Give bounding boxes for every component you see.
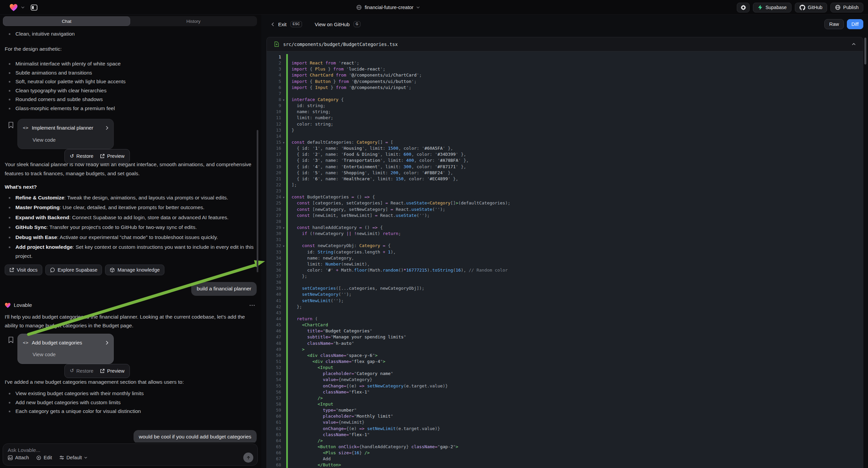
code-line: 23: [267, 188, 863, 194]
file-header[interactable]: src/components/budget/BudgetCategories.t…: [267, 37, 863, 51]
project-name: financial-future-creator: [365, 5, 413, 10]
project-globe-icon: [356, 5, 362, 10]
fold-marker-icon[interactable]: ▾: [281, 140, 286, 146]
code-line: 7: [267, 91, 863, 97]
fold-marker-icon[interactable]: ▾: [281, 243, 286, 249]
preview-button[interactable]: Preview: [100, 152, 124, 161]
version-card[interactable]: <> Add budget categories View code: [18, 334, 114, 364]
chevron-right-icon[interactable]: [106, 341, 108, 345]
fold-marker-icon[interactable]: ▾: [281, 97, 286, 103]
code-scrollbar[interactable]: [864, 38, 866, 64]
chevron-up-icon[interactable]: [852, 43, 856, 45]
view-on-github-link[interactable]: View on GitHub: [315, 22, 350, 27]
bullet-list: Clean, intuitive navigation: [5, 30, 257, 39]
aesthetic-intro: For the design aesthetic:: [5, 45, 257, 54]
code-line: 52 <Input: [267, 364, 863, 371]
sidebar-toggle-icon[interactable]: [31, 4, 38, 11]
code-line: 63 className="flex-1": [267, 432, 863, 438]
code-line: 56 className="flex-1": [267, 389, 863, 395]
view-code-link[interactable]: View code: [23, 136, 108, 145]
raw-button[interactable]: Raw: [825, 19, 843, 29]
code-line: 32▾ const newCategoryObj: Category = {: [267, 243, 863, 249]
github-button[interactable]: GitHub: [795, 3, 828, 12]
code-line: 59 type="number": [267, 407, 863, 413]
code-line: 64 />: [267, 438, 863, 444]
code-line: 27 const [newLimit, setNewLimit] = React…: [267, 212, 863, 218]
code-line: 46 title="Budget Categories": [267, 328, 863, 334]
restore-button[interactable]: ↺ Restore: [70, 367, 93, 376]
code-line: 37 };: [267, 273, 863, 279]
code-line: 61 value={newLimit}: [267, 419, 863, 426]
bookmark-icon[interactable]: [8, 121, 14, 128]
lovable-app: financial-future-creator Supabase: [0, 0, 868, 468]
exit-button[interactable]: Exit: [278, 22, 286, 27]
diff-button[interactable]: Diff: [847, 19, 864, 29]
bullet-item: Master Prompting: Use clear, detailed, a…: [5, 203, 257, 212]
code-diff-panel: Exit ESC View on GitHub G Raw Diff src/c…: [261, 15, 868, 468]
settings-button[interactable]: [737, 3, 750, 12]
bullet-item: Rounded corners and subtle shadows: [5, 95, 257, 104]
code-line: 25 const [categories, setCategories] = R…: [267, 200, 863, 206]
supabase-button[interactable]: Supabase: [753, 3, 791, 12]
tab-history[interactable]: History: [130, 17, 257, 26]
code-toolbar: Exit ESC View on GitHub G Raw Diff: [261, 15, 868, 34]
attach-button[interactable]: Attach: [8, 455, 29, 460]
restore-icon: ↺: [70, 368, 74, 373]
tab-chat[interactable]: Chat: [3, 17, 130, 26]
code-line: 36 color: '#' + Math.floor(Math.random()…: [267, 267, 863, 273]
code-line: 12 color: string;: [267, 121, 863, 127]
code-line: 26 const [newCategory, setNewCategory] =…: [267, 206, 863, 212]
package-icon: [110, 268, 115, 273]
message-menu-icon[interactable]: [250, 305, 255, 306]
code-line: 53 placeholder="Category name": [267, 371, 863, 377]
fold-marker-icon[interactable]: ▾: [281, 195, 286, 200]
code-line: 34 name: newCategory,: [267, 255, 863, 261]
code-line: 60 placeholder="Monthly limit": [267, 413, 863, 419]
code-line: 1: [267, 54, 863, 60]
send-button[interactable]: [243, 452, 253, 463]
code-line: 9 id: string;: [267, 103, 863, 109]
chevron-left-icon[interactable]: [272, 22, 274, 27]
code-line: 3import { Plus } from 'lucide-react';: [267, 66, 863, 72]
assistant-paragraph: Your sleek financial planner is now read…: [5, 160, 257, 178]
mode-selector[interactable]: Default: [59, 455, 87, 460]
code-line: 5import { Button } from '@/components/ui…: [267, 79, 863, 85]
bullet-item: Add project knowledge: Set key context o…: [5, 243, 257, 261]
target-icon: [36, 455, 41, 460]
project-selector[interactable]: financial-future-creator: [356, 0, 420, 15]
explore-supabase-button[interactable]: Explore Supabase: [45, 265, 102, 275]
assistant-paragraph: I've added a new budget categories manag…: [5, 378, 257, 387]
edit-button[interactable]: Edit: [36, 455, 52, 460]
version-card[interactable]: <> Implement financial planner View code: [18, 119, 114, 149]
manage-knowledge-button[interactable]: Manage knowledge: [105, 265, 164, 275]
preview-button[interactable]: Preview: [100, 367, 124, 376]
publish-button[interactable]: Publish: [830, 3, 863, 12]
code-line: 41 setNewLimit('');: [267, 298, 863, 304]
bullet-item: Add new budget categories with custom li…: [5, 398, 257, 407]
fold-marker-icon[interactable]: ▾: [281, 225, 286, 231]
visit-docs-button[interactable]: Visit docs: [5, 265, 42, 275]
logo-chevron-down-icon[interactable]: [21, 6, 25, 8]
user-message-row: build a financial planner: [5, 282, 257, 296]
chevron-right-icon[interactable]: [106, 126, 108, 130]
code-line: 66 <Plus size={16} />: [267, 450, 863, 456]
code-line: 43: [267, 310, 863, 316]
quick-actions: Visit docs Explore Supabase Manage knowl…: [5, 265, 257, 275]
code-editor[interactable]: 12import React from 'react';3import { Pl…: [267, 52, 863, 468]
chat-composer[interactable]: Ask Lovable... Attach Edit: [3, 443, 258, 466]
code-line: 15▾const defaultCategories: Category[] =…: [267, 139, 863, 145]
assistant-paragraph: I'll help you add budget categories to t…: [5, 313, 257, 330]
chat-scrollbar[interactable]: [257, 130, 258, 272]
lovable-logo-icon[interactable]: [9, 4, 18, 11]
code-line: 54 value={newCategory}: [267, 377, 863, 383]
restore-button[interactable]: ↺ Restore: [70, 152, 93, 161]
bookmark-icon[interactable]: [8, 337, 14, 344]
code-line: 20 { id: '5', name: 'Shopping', limit: 2…: [267, 170, 863, 176]
code-line: 51 <div className="flex gap-4">: [267, 358, 863, 364]
view-code-link[interactable]: View code: [23, 350, 108, 359]
code-line: 18 { id: '3', name: 'Transportation', li…: [267, 157, 863, 164]
code-line: 55 onChange={(e) => setNewCategory(e.tar…: [267, 383, 863, 389]
github-icon: [800, 5, 805, 10]
top-bar: financial-future-creator Supabase: [0, 0, 868, 15]
bullet-item: Each category gets a unique color for vi…: [5, 407, 257, 416]
